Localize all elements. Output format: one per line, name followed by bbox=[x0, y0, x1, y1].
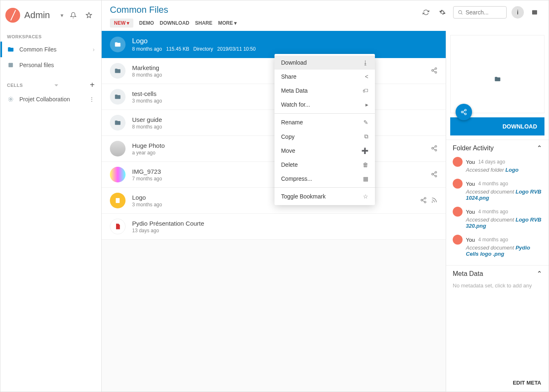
share-icon[interactable] bbox=[431, 67, 437, 75]
chevron-right-icon: ▸ bbox=[365, 101, 368, 108]
svg-point-8 bbox=[435, 145, 437, 147]
activity-desc: Accessed document Pydio Cells logo .png bbox=[466, 245, 542, 257]
workspaces-label: WORKSPACES bbox=[0, 30, 101, 42]
context-compress-[interactable]: Compress...▦ bbox=[274, 172, 375, 186]
selected-type: Directory bbox=[193, 46, 213, 52]
avatar-icon bbox=[453, 207, 463, 217]
user-menu[interactable]: Admin ▾ bbox=[0, 4, 101, 30]
avatar-icon bbox=[453, 157, 463, 167]
folder-icon bbox=[110, 37, 126, 52]
selected-size: 115.45 KB bbox=[166, 46, 189, 52]
activity-link[interactable]: Logo RVB 320.png bbox=[466, 217, 542, 229]
toolbar-share[interactable]: SHARE bbox=[195, 20, 212, 26]
person-icon bbox=[7, 61, 14, 69]
toolbar-download[interactable]: DOWNLOAD bbox=[160, 20, 189, 26]
folder-icon bbox=[7, 46, 14, 53]
svg-rect-4 bbox=[532, 10, 537, 15]
activity-user: You bbox=[466, 209, 475, 215]
sidebar-item-common-files[interactable]: Common Files › bbox=[0, 42, 101, 57]
context-delete[interactable]: Delete🗑 bbox=[274, 158, 375, 172]
filter-icon[interactable]: ⏷ bbox=[54, 82, 59, 88]
share-icon[interactable] bbox=[420, 197, 427, 205]
file-row[interactable]: Huge Photoa year ago bbox=[102, 136, 446, 162]
file-name: Pydio Présentation Courte bbox=[132, 220, 431, 227]
activity-section: Folder Activity ⌃ You14 days agoAccessed… bbox=[446, 140, 549, 265]
toolbar-demo[interactable]: DEMO bbox=[139, 20, 154, 26]
file-row[interactable]: User guide8 months ago bbox=[102, 110, 446, 136]
topbar: Common Files NEW ▾ DEMO DOWNLOAD SHARE M… bbox=[102, 0, 549, 31]
svg-point-7 bbox=[435, 71, 437, 73]
file-row[interactable]: IMG_97237 months ago bbox=[102, 162, 446, 188]
metadata-empty[interactable]: No metadata set, click to add any bbox=[453, 282, 542, 289]
context-label: Copy bbox=[281, 133, 295, 140]
context-share[interactable]: Share< bbox=[274, 70, 375, 84]
rss-icon[interactable] bbox=[431, 197, 437, 205]
svg-point-13 bbox=[435, 175, 437, 177]
activity-user: You bbox=[466, 237, 475, 243]
file-row[interactable]: Marketing8 months ago bbox=[102, 58, 446, 84]
app-logo-icon bbox=[5, 8, 20, 23]
avatar-icon bbox=[453, 235, 463, 245]
file-row[interactable]: Pydio Présentation Courte13 days ago bbox=[102, 214, 446, 240]
svg-point-21 bbox=[465, 113, 466, 115]
activity-user: You bbox=[466, 159, 475, 165]
main: Common Files NEW ▾ DEMO DOWNLOAD SHARE M… bbox=[102, 0, 549, 392]
svg-point-11 bbox=[435, 171, 437, 173]
context-download[interactable]: Download⭳ bbox=[274, 56, 375, 70]
compress-icon: ▦ bbox=[363, 175, 368, 182]
star-icon[interactable] bbox=[83, 9, 95, 21]
folder-icon bbox=[494, 61, 501, 88]
edit-meta-button[interactable]: EDIT META bbox=[446, 374, 549, 392]
context-label: Share bbox=[281, 73, 296, 80]
metadata-section: Meta Data ⌃ No metadata set, click to ad… bbox=[446, 265, 549, 293]
share-icon[interactable] bbox=[431, 145, 437, 153]
new-button[interactable]: NEW ▾ bbox=[110, 19, 133, 28]
context-rename[interactable]: Rename✎ bbox=[274, 115, 375, 129]
search-input[interactable] bbox=[453, 6, 507, 19]
svg-point-2 bbox=[9, 97, 13, 102]
chevron-up-icon[interactable]: ⌃ bbox=[537, 144, 542, 152]
toolbar-more[interactable]: MORE ▾ bbox=[218, 20, 237, 26]
bell-icon[interactable] bbox=[67, 9, 79, 21]
activity-link[interactable]: Logo RVB 1024.png bbox=[466, 189, 542, 201]
chevron-up-icon[interactable]: ⌃ bbox=[537, 270, 542, 278]
share-button[interactable] bbox=[456, 104, 472, 120]
cells-label: CELLS bbox=[7, 83, 23, 88]
context-label: Delete bbox=[281, 161, 298, 168]
svg-point-19 bbox=[465, 109, 466, 111]
more-icon[interactable]: ⋮ bbox=[89, 96, 95, 103]
sidebar-item-personal-files[interactable]: Personal files bbox=[0, 57, 101, 73]
toolbar: NEW ▾ DEMO DOWNLOAD SHARE MORE ▾ bbox=[110, 19, 414, 31]
move-icon: ➕ bbox=[361, 147, 368, 154]
context-move[interactable]: Move➕ bbox=[274, 144, 375, 158]
separator bbox=[274, 187, 375, 188]
plus-icon[interactable]: + bbox=[90, 80, 95, 90]
info-icon[interactable]: i bbox=[512, 6, 524, 19]
chevron-right-icon: › bbox=[93, 46, 95, 53]
activity-time: 4 months ago bbox=[478, 209, 508, 215]
context-watch-for-[interactable]: Watch for...▸ bbox=[274, 98, 375, 112]
details-panel: DOWNLOAD Folder Activity ⌃ You14 days ag… bbox=[446, 31, 549, 392]
context-label: Move bbox=[281, 147, 295, 154]
star-icon: ☆ bbox=[363, 193, 368, 200]
context-toggle-bookmark[interactable]: Toggle Bookmark☆ bbox=[274, 189, 375, 203]
activity-desc: Accessed document Logo RVB 320.png bbox=[466, 217, 542, 229]
refresh-icon[interactable] bbox=[420, 7, 432, 18]
context-copy[interactable]: Copy⧉ bbox=[274, 129, 375, 144]
activity-link[interactable]: Pydio Cells logo .png bbox=[466, 245, 530, 257]
file-row[interactable]: test-cells3 months ago bbox=[102, 84, 446, 110]
address-book-icon[interactable] bbox=[529, 7, 540, 18]
file-row[interactable]: Logo3 months ago bbox=[102, 188, 446, 214]
context-meta-data[interactable]: Meta Data🏷 bbox=[274, 84, 375, 98]
file-time: 13 days ago bbox=[132, 228, 431, 233]
sidebar-item-projet-collaboration[interactable]: Projet Collaboration ⋮ bbox=[0, 91, 101, 107]
selected-file-header: Logo 8 months ago 115.45 KB Directory 20… bbox=[102, 31, 446, 58]
share-icon[interactable] bbox=[431, 171, 437, 179]
download-icon: ⭳ bbox=[363, 59, 368, 66]
activity-link[interactable]: Logo bbox=[505, 167, 519, 173]
context-label: Meta Data bbox=[281, 87, 308, 94]
search-field[interactable] bbox=[465, 9, 502, 16]
activity-desc: Accessed document Logo RVB 1024.png bbox=[466, 189, 542, 201]
gear-icon[interactable] bbox=[437, 7, 448, 18]
tag-icon: 🏷 bbox=[363, 87, 368, 94]
